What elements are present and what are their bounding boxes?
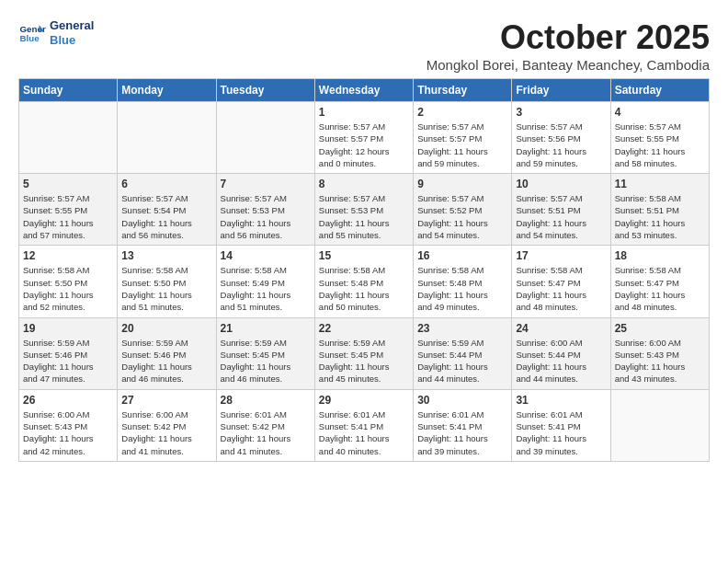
day-number: 2 xyxy=(417,106,507,119)
day-info: Sunrise: 5:58 AM Sunset: 5:48 PM Dayligh… xyxy=(319,264,409,313)
location-subtitle: Mongkol Borei, Banteay Meanchey, Cambodi… xyxy=(427,57,710,73)
day-number: 31 xyxy=(516,394,606,407)
calendar-cell: 10Sunrise: 5:57 AM Sunset: 5:51 PM Dayli… xyxy=(512,174,610,246)
calendar-cell: 2Sunrise: 5:57 AM Sunset: 5:57 PM Daylig… xyxy=(414,102,512,174)
day-number: 29 xyxy=(319,394,409,407)
day-number: 4 xyxy=(615,106,705,119)
weekday-monday: Monday xyxy=(118,79,216,102)
calendar-cell xyxy=(118,102,216,174)
page-header: General Blue General Blue October 2025 M… xyxy=(18,18,710,73)
calendar-cell: 31Sunrise: 6:01 AM Sunset: 5:41 PM Dayli… xyxy=(512,389,610,461)
day-number: 27 xyxy=(121,394,211,407)
day-info: Sunrise: 5:58 AM Sunset: 5:50 PM Dayligh… xyxy=(23,264,113,313)
svg-text:Blue: Blue xyxy=(20,33,40,43)
calendar-table: SundayMondayTuesdayWednesdayThursdayFrid… xyxy=(18,78,710,462)
day-number: 11 xyxy=(615,178,705,190)
day-number: 25 xyxy=(615,322,705,335)
day-number: 26 xyxy=(23,394,113,407)
logo-text: General Blue xyxy=(50,18,94,47)
calendar-cell: 26Sunrise: 6:00 AM Sunset: 5:43 PM Dayli… xyxy=(19,389,118,461)
calendar-cell: 3Sunrise: 5:57 AM Sunset: 5:56 PM Daylig… xyxy=(512,102,610,174)
title-section: October 2025 Mongkol Borei, Banteay Mean… xyxy=(427,18,710,73)
day-number: 7 xyxy=(221,178,311,190)
day-number: 3 xyxy=(516,106,606,119)
day-info: Sunrise: 5:58 AM Sunset: 5:49 PM Dayligh… xyxy=(221,264,311,313)
calendar-cell: 21Sunrise: 5:59 AM Sunset: 5:45 PM Dayli… xyxy=(216,317,314,389)
logo: General Blue General Blue xyxy=(18,18,94,47)
weekday-header-row: SundayMondayTuesdayWednesdayThursdayFrid… xyxy=(19,79,710,102)
day-info: Sunrise: 5:57 AM Sunset: 5:56 PM Dayligh… xyxy=(516,121,606,169)
day-info: Sunrise: 5:59 AM Sunset: 5:46 PM Dayligh… xyxy=(121,337,211,385)
calendar-cell: 8Sunrise: 5:57 AM Sunset: 5:53 PM Daylig… xyxy=(314,174,413,246)
day-info: Sunrise: 5:57 AM Sunset: 5:54 PM Dayligh… xyxy=(121,192,211,241)
week-row-5: 26Sunrise: 6:00 AM Sunset: 5:43 PM Dayli… xyxy=(19,389,710,461)
day-info: Sunrise: 6:01 AM Sunset: 5:41 PM Dayligh… xyxy=(319,408,409,457)
calendar-cell: 5Sunrise: 5:57 AM Sunset: 5:55 PM Daylig… xyxy=(19,174,118,246)
week-row-3: 12Sunrise: 5:58 AM Sunset: 5:50 PM Dayli… xyxy=(19,246,710,317)
calendar-cell: 29Sunrise: 6:01 AM Sunset: 5:41 PM Dayli… xyxy=(314,389,413,461)
calendar-body: 1Sunrise: 5:57 AM Sunset: 5:57 PM Daylig… xyxy=(19,102,710,462)
day-number: 10 xyxy=(516,178,606,190)
calendar-cell: 9Sunrise: 5:57 AM Sunset: 5:52 PM Daylig… xyxy=(414,174,512,246)
weekday-sunday: Sunday xyxy=(19,79,118,102)
day-info: Sunrise: 6:00 AM Sunset: 5:43 PM Dayligh… xyxy=(23,408,113,457)
day-number: 18 xyxy=(615,249,705,262)
day-number: 28 xyxy=(221,394,311,407)
calendar-cell: 12Sunrise: 5:58 AM Sunset: 5:50 PM Dayli… xyxy=(19,246,118,317)
calendar-cell: 30Sunrise: 6:01 AM Sunset: 5:41 PM Dayli… xyxy=(414,389,512,461)
day-info: Sunrise: 6:01 AM Sunset: 5:41 PM Dayligh… xyxy=(516,408,606,457)
calendar-cell: 4Sunrise: 5:57 AM Sunset: 5:55 PM Daylig… xyxy=(610,102,709,174)
day-number: 16 xyxy=(417,249,507,262)
day-info: Sunrise: 5:58 AM Sunset: 5:50 PM Dayligh… xyxy=(121,264,211,313)
calendar-cell: 20Sunrise: 5:59 AM Sunset: 5:46 PM Dayli… xyxy=(118,317,216,389)
day-number: 15 xyxy=(319,249,409,262)
calendar-cell: 14Sunrise: 5:58 AM Sunset: 5:49 PM Dayli… xyxy=(216,246,314,317)
weekday-wednesday: Wednesday xyxy=(314,79,413,102)
day-info: Sunrise: 5:59 AM Sunset: 5:46 PM Dayligh… xyxy=(23,337,113,385)
week-row-2: 5Sunrise: 5:57 AM Sunset: 5:55 PM Daylig… xyxy=(19,174,710,246)
day-info: Sunrise: 5:57 AM Sunset: 5:51 PM Dayligh… xyxy=(516,192,606,241)
calendar-cell: 7Sunrise: 5:57 AM Sunset: 5:53 PM Daylig… xyxy=(216,174,314,246)
calendar-cell: 11Sunrise: 5:58 AM Sunset: 5:51 PM Dayli… xyxy=(610,174,709,246)
week-row-4: 19Sunrise: 5:59 AM Sunset: 5:46 PM Dayli… xyxy=(19,317,710,389)
calendar-cell xyxy=(610,389,709,461)
day-info: Sunrise: 5:57 AM Sunset: 5:55 PM Dayligh… xyxy=(23,192,113,241)
day-info: Sunrise: 5:57 AM Sunset: 5:55 PM Dayligh… xyxy=(615,121,705,169)
day-number: 9 xyxy=(417,178,507,190)
day-info: Sunrise: 5:57 AM Sunset: 5:53 PM Dayligh… xyxy=(319,192,409,241)
day-info: Sunrise: 5:57 AM Sunset: 5:53 PM Dayligh… xyxy=(221,192,311,241)
day-number: 30 xyxy=(417,394,507,407)
weekday-tuesday: Tuesday xyxy=(216,79,314,102)
day-number: 8 xyxy=(319,178,409,190)
calendar-cell: 28Sunrise: 6:01 AM Sunset: 5:42 PM Dayli… xyxy=(216,389,314,461)
day-info: Sunrise: 5:58 AM Sunset: 5:48 PM Dayligh… xyxy=(417,264,507,313)
calendar-cell: 18Sunrise: 5:58 AM Sunset: 5:47 PM Dayli… xyxy=(610,246,709,317)
logo-line1: General xyxy=(50,18,94,33)
calendar-cell: 1Sunrise: 5:57 AM Sunset: 5:57 PM Daylig… xyxy=(314,102,413,174)
calendar-cell: 25Sunrise: 6:00 AM Sunset: 5:43 PM Dayli… xyxy=(610,317,709,389)
day-info: Sunrise: 6:00 AM Sunset: 5:44 PM Dayligh… xyxy=(516,337,606,385)
calendar-cell: 6Sunrise: 5:57 AM Sunset: 5:54 PM Daylig… xyxy=(118,174,216,246)
calendar-cell: 22Sunrise: 5:59 AM Sunset: 5:45 PM Dayli… xyxy=(314,317,413,389)
calendar-cell: 15Sunrise: 5:58 AM Sunset: 5:48 PM Dayli… xyxy=(314,246,413,317)
calendar-cell: 17Sunrise: 5:58 AM Sunset: 5:47 PM Dayli… xyxy=(512,246,610,317)
day-info: Sunrise: 5:59 AM Sunset: 5:44 PM Dayligh… xyxy=(417,337,507,385)
calendar-cell xyxy=(19,102,118,174)
day-number: 23 xyxy=(417,322,507,335)
calendar-cell: 23Sunrise: 5:59 AM Sunset: 5:44 PM Dayli… xyxy=(414,317,512,389)
weekday-friday: Friday xyxy=(512,79,610,102)
day-number: 20 xyxy=(121,322,211,335)
logo-icon: General Blue xyxy=(18,19,46,47)
day-number: 19 xyxy=(23,322,113,335)
day-info: Sunrise: 6:01 AM Sunset: 5:41 PM Dayligh… xyxy=(417,408,507,457)
day-info: Sunrise: 6:00 AM Sunset: 5:42 PM Dayligh… xyxy=(121,408,211,457)
calendar-cell: 13Sunrise: 5:58 AM Sunset: 5:50 PM Dayli… xyxy=(118,246,216,317)
calendar-cell: 16Sunrise: 5:58 AM Sunset: 5:48 PM Dayli… xyxy=(414,246,512,317)
day-number: 21 xyxy=(221,322,311,335)
day-info: Sunrise: 5:58 AM Sunset: 5:47 PM Dayligh… xyxy=(615,264,705,313)
day-number: 13 xyxy=(121,249,211,262)
day-info: Sunrise: 5:59 AM Sunset: 5:45 PM Dayligh… xyxy=(319,337,409,385)
day-number: 17 xyxy=(516,249,606,262)
day-info: Sunrise: 5:57 AM Sunset: 5:52 PM Dayligh… xyxy=(417,192,507,241)
day-info: Sunrise: 6:01 AM Sunset: 5:42 PM Dayligh… xyxy=(221,408,311,457)
